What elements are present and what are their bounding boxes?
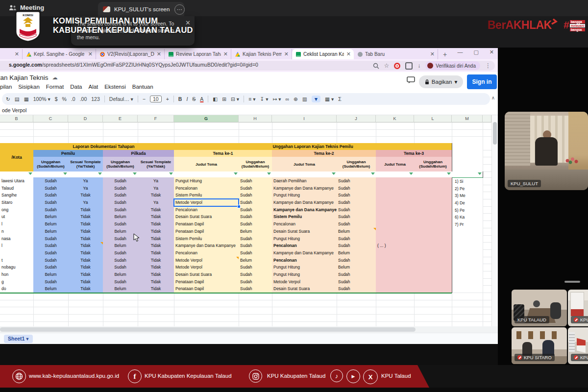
- pemilu-template-cell[interactable]: Tidak: [68, 235, 103, 243]
- close-button[interactable]: ✕: [490, 49, 494, 55]
- sheet-tab[interactable]: Sheet1 ▾: [4, 335, 33, 343]
- browser-tab[interactable]: Ceklist Laporan Kajian Teknis -✕: [292, 49, 354, 59]
- tema3-judul-cell[interactable]: [376, 220, 415, 228]
- paint-format-icon[interactable]: ▦: [24, 96, 29, 102]
- pemilu-unggahan-cell[interactable]: Sudah: [33, 192, 69, 199]
- region-name-cell[interactable]: n: [0, 228, 34, 236]
- tema3-unggahan-cell[interactable]: [414, 235, 452, 243]
- tema3-judul-cell[interactable]: ( ... ): [376, 242, 415, 250]
- tab-close-icon[interactable]: ✕: [284, 51, 289, 57]
- pilkada-template-cell[interactable]: Tidak: [138, 220, 174, 228]
- pilkada-template-cell[interactable]: Tidak: [138, 285, 174, 293]
- currency-icon[interactable]: $: [55, 96, 58, 102]
- pilkada-unggahan-cell[interactable]: Belum: [103, 213, 138, 221]
- tema3-unggahan-cell[interactable]: [414, 192, 452, 199]
- column-header-L[interactable]: L: [414, 115, 452, 122]
- tema2-judul-cell[interactable]: Pungut Hitung: [272, 264, 337, 271]
- tema3-unggahan-cell[interactable]: [414, 220, 452, 228]
- tema2-judul-cell[interactable]: Metode Verpol: [272, 278, 337, 286]
- pilkada-unggahan-cell[interactable]: Sudah: [103, 177, 138, 185]
- tema2-judul-cell[interactable]: Kampanye dan Dana Kampanye: [272, 199, 337, 207]
- browser-tab[interactable]: ✕: [0, 49, 23, 59]
- wrap-icon[interactable]: ↦ ▾: [272, 96, 281, 102]
- pemilu-template-cell[interactable]: Tidak: [68, 285, 103, 293]
- pemilu-unggahan-cell[interactable]: Belum: [33, 220, 69, 228]
- print-icon[interactable]: ▤: [15, 96, 20, 102]
- note-cell[interactable]: 7) Pr: [455, 222, 464, 227]
- region-name-cell[interactable]: g: [0, 278, 34, 286]
- region-name-cell[interactable]: lawesi Utara: [0, 177, 34, 185]
- header-unggahan-kajian[interactable]: Unggahan Laporan Kajian Teknis Pemilu: [174, 143, 452, 150]
- tab-close-icon[interactable]: ✕: [223, 51, 228, 57]
- region-name-cell[interactable]: nobagu: [0, 264, 34, 271]
- pemilu-template-cell[interactable]: Tidak: [68, 278, 103, 286]
- pemilu-unggahan-cell[interactable]: Sudah: [33, 249, 69, 257]
- pilkada-unggahan-cell[interactable]: Sudah: [103, 257, 138, 265]
- tab-close-icon[interactable]: ✕: [88, 51, 93, 57]
- header-judul-tema-1[interactable]: Judul Tema: [174, 157, 239, 172]
- filter-funnel-icon[interactable]: [371, 172, 375, 175]
- tab-close-icon[interactable]: ✕: [157, 51, 161, 57]
- tema2-unggahan-cell[interactable]: Belum: [337, 228, 376, 236]
- menu-bantuan[interactable]: Bantuan: [132, 84, 153, 90]
- tema1-unggahan-cell[interactable]: Sudah: [239, 242, 272, 250]
- pemilu-template-cell[interactable]: Tidak: [68, 264, 103, 271]
- tema1-judul-cell[interactable]: Pungut Hitung: [174, 177, 239, 185]
- pilkada-unggahan-cell[interactable]: Sudah: [103, 249, 138, 257]
- tema1-unggahan-cell[interactable]: Sudah: [239, 264, 272, 271]
- pemilu-unggahan-cell[interactable]: Sudah: [33, 278, 69, 286]
- tema3-unggahan-cell[interactable]: [414, 177, 452, 185]
- pilkada-template-cell[interactable]: Tidak: [138, 249, 174, 257]
- download-icon[interactable]: ↓: [417, 61, 420, 71]
- tema1-judul-cell[interactable]: Penataan Dapil: [174, 220, 239, 228]
- pilkada-template-cell[interactable]: Tidak: [138, 213, 174, 221]
- tema1-judul-cell[interactable]: Kampanye dan Dana Kampanye: [174, 242, 239, 250]
- pilkada-template-cell[interactable]: Ya: [138, 177, 174, 185]
- browser-menu-icon[interactable]: ⋮: [485, 61, 491, 71]
- tema1-unggahan-cell[interactable]: Sudah: [239, 220, 272, 228]
- pilkada-template-cell[interactable]: Tidak: [138, 257, 174, 265]
- tema3-unggahan-cell[interactable]: [414, 242, 452, 250]
- header-kabupaten-kota[interactable]: /Kota: [0, 143, 34, 172]
- browser-tab[interactable]: Kajian Teknis Pemilu dan Pemil...✕: [231, 49, 292, 59]
- header-unggahan-tema-3[interactable]: Unggahan (Sudah/Belum): [414, 157, 452, 172]
- tema1-judul-cell[interactable]: Pencalonan: [174, 206, 239, 214]
- browser-tab[interactable]: Tab Baru✕: [354, 49, 438, 59]
- column-header-J[interactable]: J: [337, 115, 376, 122]
- region-name-cell[interactable]: Sangihe: [0, 192, 34, 199]
- pemilu-unggahan-cell[interactable]: Sudah: [33, 199, 69, 207]
- extension-square-icon[interactable]: [405, 62, 413, 70]
- link-icon[interactable]: ∞: [285, 96, 289, 102]
- tema3-judul-cell[interactable]: [376, 228, 415, 236]
- filter-funnel-icon[interactable]: [63, 172, 67, 175]
- tema1-judul-cell[interactable]: Metode Verpol: [174, 264, 239, 271]
- chart-icon[interactable]: ▥: [302, 96, 307, 102]
- tema3-judul-cell[interactable]: [376, 192, 415, 199]
- share-tab-more-button[interactable]: ⋯: [174, 4, 185, 15]
- pilkada-template-cell[interactable]: Tidak: [138, 206, 174, 214]
- column-header-I[interactable]: I: [272, 115, 337, 122]
- filter-funnel-icon[interactable]: [133, 172, 137, 175]
- pemilu-template-cell[interactable]: Tidak: [68, 271, 103, 279]
- vertical-scrollbar-thumb[interactable]: [493, 122, 497, 145]
- pilkada-template-cell[interactable]: Tidak: [138, 271, 174, 279]
- redo-icon[interactable]: ↻: [6, 96, 10, 102]
- shared-screen-tab[interactable]: KPU_SULUT's screen: [98, 2, 184, 16]
- tema3-unggahan-cell[interactable]: [414, 228, 452, 236]
- tema2-judul-cell[interactable]: Sistem Pemilu: [272, 213, 337, 221]
- tema3-judul-cell[interactable]: [376, 213, 415, 221]
- header-template-pemilu[interactable]: Sesuai Template (Ya/Tidak): [68, 157, 103, 172]
- filter-funnel-icon[interactable]: [28, 172, 32, 175]
- pemilu-unggahan-cell[interactable]: Sudah: [33, 235, 69, 243]
- pemilu-template-cell[interactable]: Ya: [68, 185, 103, 193]
- tema1-unggahan-cell[interactable]: Sudah: [239, 271, 272, 279]
- column-header-M[interactable]: M: [452, 115, 483, 122]
- font-decrease-icon[interactable]: −: [143, 96, 146, 102]
- tema1-unggahan-cell[interactable]: Sudah: [239, 213, 272, 221]
- tema3-unggahan-cell[interactable]: [414, 278, 452, 286]
- share-button[interactable]: Bagikan ▾: [419, 75, 463, 88]
- tema2-unggahan-cell[interactable]: Sudah: [337, 192, 376, 199]
- functions-icon[interactable]: Σ: [338, 96, 342, 102]
- menu-ekstensi[interactable]: Ekstensi: [104, 84, 125, 90]
- maximize-button[interactable]: ▢: [473, 49, 478, 55]
